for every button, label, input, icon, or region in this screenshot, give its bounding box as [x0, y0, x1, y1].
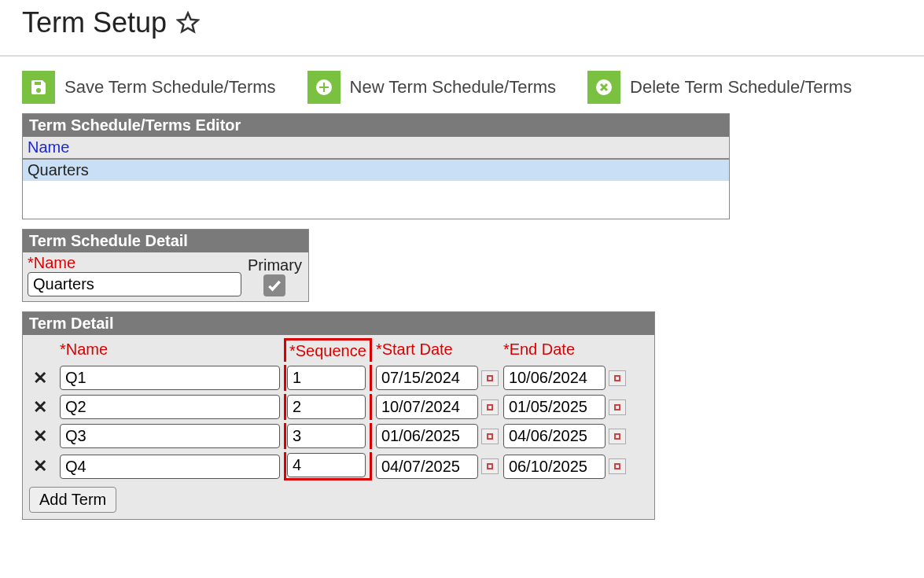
add-term-button[interactable]: Add Term — [29, 487, 116, 513]
term-name-input[interactable] — [60, 366, 280, 390]
save-button[interactable]: Save Term Schedule/Terms — [22, 71, 276, 104]
term-sequence-input[interactable] — [287, 453, 366, 477]
term-sequence-input[interactable] — [287, 424, 366, 448]
term-row: ✕ — [32, 365, 627, 391]
check-icon — [267, 278, 282, 293]
term-end-input[interactable] — [503, 455, 606, 479]
save-button-label: Save Term Schedule/Terms — [64, 77, 276, 98]
term-start-input[interactable] — [376, 395, 478, 419]
term-start-input[interactable] — [376, 366, 478, 390]
term-name-input[interactable] — [60, 424, 280, 448]
editor-panel-title: Term Schedule/Terms Editor — [23, 114, 729, 137]
delete-button-label: Delete Term Schedule/Terms — [630, 77, 852, 98]
term-end-input[interactable] — [503, 366, 606, 390]
editor-column-name[interactable]: Name — [23, 137, 729, 160]
svg-marker-0 — [179, 13, 198, 32]
term-detail-title: Term Detail — [23, 312, 654, 335]
term-start-input[interactable] — [376, 424, 478, 448]
favorite-star-icon[interactable] — [176, 11, 200, 35]
term-detail-panel: Term Detail *Name *Sequence *Start Date … — [22, 311, 655, 520]
calendar-icon[interactable] — [481, 458, 499, 474]
editor-blank-area — [23, 181, 729, 219]
calendar-icon[interactable] — [481, 399, 499, 415]
term-col-sequence: *Sequence — [284, 338, 372, 362]
term-name-input[interactable] — [60, 395, 280, 419]
term-col-end: *End Date — [502, 338, 627, 362]
page-title: Term Setup — [22, 6, 167, 39]
term-end-input[interactable] — [503, 424, 606, 448]
new-button[interactable]: New Term Schedule/Terms — [307, 71, 556, 104]
save-icon — [22, 71, 55, 104]
schedule-name-input[interactable] — [28, 272, 241, 296]
page-header: Term Setup — [0, 0, 924, 57]
schedule-detail-panel: Term Schedule Detail *Name Primary — [22, 229, 309, 302]
term-end-input[interactable] — [503, 395, 606, 419]
calendar-icon[interactable] — [609, 429, 626, 444]
term-sequence-input[interactable] — [287, 395, 366, 419]
calendar-icon[interactable] — [609, 399, 626, 415]
editor-panel: Term Schedule/Terms Editor Name Quarters — [22, 113, 730, 219]
calendar-icon[interactable] — [609, 370, 626, 386]
term-sequence-input[interactable] — [287, 366, 366, 390]
svg-rect-3 — [319, 87, 329, 88]
calendar-icon[interactable] — [481, 429, 499, 444]
term-col-name: *Name — [59, 338, 281, 362]
term-row: ✕ — [32, 423, 627, 449]
primary-label: Primary — [248, 256, 302, 274]
term-name-input[interactable] — [60, 455, 280, 479]
toolbar: Save Term Schedule/Terms New Term Schedu… — [0, 57, 924, 113]
x-circle-icon — [587, 71, 620, 104]
term-row: ✕ — [32, 394, 627, 420]
calendar-icon[interactable] — [609, 458, 626, 474]
term-col-start: *Start Date — [375, 338, 499, 362]
schedule-name-label: *Name — [28, 254, 241, 272]
delete-row-icon[interactable]: ✕ — [33, 397, 47, 417]
schedule-detail-title: Term Schedule Detail — [23, 230, 308, 252]
term-start-input[interactable] — [376, 455, 478, 479]
delete-row-icon[interactable]: ✕ — [33, 426, 47, 446]
editor-row[interactable]: Quarters — [23, 160, 729, 181]
new-button-label: New Term Schedule/Terms — [350, 77, 556, 98]
primary-checkbox[interactable] — [263, 274, 285, 296]
plus-circle-icon — [307, 71, 341, 104]
calendar-icon[interactable] — [481, 370, 499, 386]
delete-row-icon[interactable]: ✕ — [33, 456, 47, 476]
term-row: ✕ — [32, 452, 627, 480]
delete-row-icon[interactable]: ✕ — [33, 368, 47, 388]
delete-button[interactable]: Delete Term Schedule/Terms — [587, 71, 852, 104]
